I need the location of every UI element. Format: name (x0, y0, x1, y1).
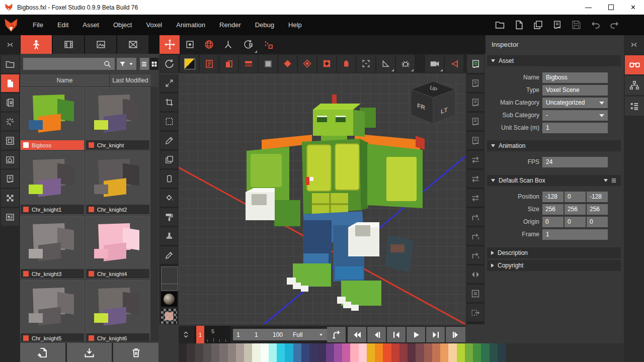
palette-swatch[interactable] (195, 343, 203, 362)
asset-card-Chr_knight3[interactable]: Chr_knight3 (20, 216, 85, 279)
palette-swatch[interactable] (359, 343, 367, 362)
menu-render[interactable]: Render (212, 21, 248, 29)
script-slot-button[interactable] (467, 74, 484, 92)
palette-swatch[interactable] (416, 343, 424, 362)
swap-axes-button[interactable] (467, 189, 484, 207)
frame-ruler[interactable]: 1 5 (194, 326, 230, 343)
color-well[interactable] (161, 266, 178, 291)
rail-texture-button[interactable] (1, 189, 19, 207)
palette-swatch[interactable] (391, 343, 399, 362)
origin-z-field[interactable]: 0 (587, 217, 608, 227)
rail-folder-button[interactable] (1, 55, 19, 73)
rail-library-button[interactable] (1, 94, 19, 111)
swap-axes-button[interactable] (467, 170, 484, 188)
palette-swatch[interactable] (408, 343, 416, 362)
delete-asset-button[interactable] (113, 343, 158, 362)
scan-box-dropdown-icon[interactable] (604, 179, 608, 182)
color-picker-button[interactable] (160, 246, 178, 264)
sub-category-dropdown[interactable]: - (542, 110, 608, 121)
frame-field[interactable]: 1 (233, 329, 253, 340)
palette-swatch[interactable] (179, 343, 187, 362)
jump-start-button[interactable] (387, 327, 406, 342)
origin-y-field[interactable]: 0 (565, 217, 586, 227)
tab-character-mode[interactable] (21, 35, 52, 54)
ghost-toggle-button[interactable] (337, 55, 356, 72)
voxel-snap-button[interactable] (259, 35, 278, 54)
grid-view-button[interactable] (150, 58, 158, 70)
new-asset-button[interactable] (20, 343, 65, 362)
move-tool-button[interactable] (159, 35, 180, 54)
palette-swatch[interactable] (440, 343, 448, 362)
section-description[interactable]: Description (487, 247, 621, 258)
rail-effects-button[interactable] (1, 113, 19, 130)
palette-swatch[interactable] (465, 343, 473, 362)
measure-tool-button[interactable] (376, 55, 395, 72)
palette-swatch[interactable] (432, 343, 440, 362)
paint-roller-button[interactable] (160, 208, 178, 226)
script-slot-button[interactable] (467, 113, 484, 130)
palette-swatch[interactable] (490, 343, 498, 362)
redo-icon[interactable] (608, 19, 621, 32)
rail-metadata-button[interactable] (1, 208, 19, 226)
asset-card-Chr_knight5[interactable]: Chr_knight5 (20, 280, 85, 341)
asset-list-scrollbar[interactable] (151, 87, 158, 341)
menu-edit[interactable]: Edit (50, 21, 75, 29)
rail-inspector-button[interactable] (625, 55, 644, 74)
asset-card-Chr_knight6[interactable]: Chr_knight6 (86, 280, 150, 341)
cone-light-button[interactable] (445, 55, 463, 72)
focus-frame-button[interactable] (357, 55, 375, 72)
pivot-tool-button[interactable] (181, 35, 199, 54)
palette-swatch[interactable] (448, 343, 456, 362)
pencil-tool-button[interactable] (160, 132, 178, 149)
palette-swatch[interactable] (342, 343, 350, 362)
section-animation[interactable]: Animation (487, 140, 621, 151)
tab-image-mode[interactable] (85, 35, 116, 54)
local-space-button[interactable] (219, 35, 237, 54)
rail-scene-button[interactable] (1, 151, 19, 168)
material-sphere-preview[interactable] (161, 292, 177, 307)
frame-field[interactable]: 1 (542, 229, 608, 240)
menu-object[interactable]: Object (106, 21, 139, 29)
menu-help[interactable]: Help (281, 21, 309, 29)
range-start-field[interactable]: 1 (251, 329, 271, 340)
asset-card-Chr_knight4[interactable]: Chr_knight4 (86, 216, 150, 279)
clear-selection-button[interactable] (467, 285, 484, 302)
collapse-left-panel-button[interactable] (0, 35, 20, 54)
play-button[interactable] (407, 327, 425, 342)
copy-frame-button[interactable] (219, 55, 238, 72)
size-z-field[interactable]: 256 (587, 204, 608, 215)
duplicate-tool-button[interactable] (160, 151, 178, 168)
menu-asset[interactable]: Asset (75, 21, 106, 29)
fps-field[interactable]: 24 (542, 157, 608, 167)
range-end-field[interactable]: 100 (269, 329, 291, 340)
gizmo-outline-button[interactable] (298, 55, 316, 72)
palette-swatch[interactable] (219, 343, 227, 362)
rotate-axis-button[interactable] (467, 227, 484, 245)
outline-view-button[interactable] (200, 55, 218, 72)
palette-swatch[interactable] (383, 343, 391, 362)
section-asset[interactable]: Asset (487, 55, 621, 66)
menu-file[interactable]: File (26, 21, 50, 29)
unit-scale-field[interactable]: 1 (542, 123, 608, 133)
position-y-field[interactable]: 0 (565, 192, 586, 202)
rail-assets-button[interactable] (1, 74, 19, 92)
minimize-button[interactable]: — (577, 0, 600, 15)
size-x-field[interactable]: 256 (542, 204, 564, 215)
palette-swatch[interactable] (334, 343, 342, 362)
menu-animation[interactable]: Animation (169, 21, 212, 29)
palette-swatch[interactable] (309, 343, 317, 362)
size-y-field[interactable]: 256 (565, 204, 586, 215)
eraser-tool-button[interactable] (160, 170, 178, 188)
gizmo-solid-button[interactable] (278, 55, 297, 72)
palette-swatch[interactable] (293, 343, 301, 362)
asset-card-Chr_knight[interactable]: Chr_knight (86, 87, 150, 150)
palette-swatch[interactable] (301, 343, 309, 362)
position-x-field[interactable]: -128 (542, 192, 564, 202)
main-category-dropdown[interactable]: Uncategorized (542, 98, 608, 108)
timeline-expand-button[interactable] (179, 326, 193, 343)
mirror-button[interactable] (467, 265, 484, 283)
search-input[interactable] (23, 58, 115, 70)
step-forward-button[interactable] (446, 327, 465, 342)
save-icon[interactable] (570, 19, 583, 32)
palette-swatch[interactable] (424, 343, 432, 362)
